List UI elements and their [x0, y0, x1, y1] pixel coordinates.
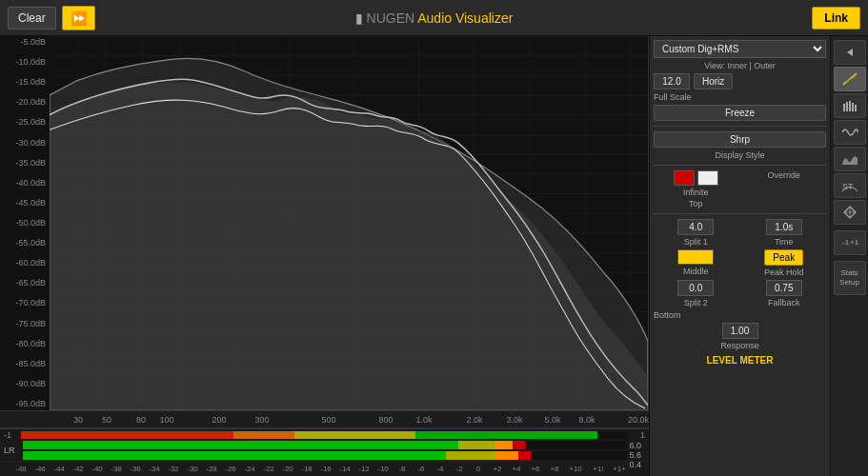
- l-bar-green: [23, 441, 458, 449]
- r-bar-green: [23, 451, 446, 460]
- override-col: Override: [742, 170, 827, 208]
- spectrum-area: -5.0dB -10.0dB -15.0dB -20.0dB -25.0dB -…: [0, 36, 649, 476]
- undo-button[interactable]: ⏩: [62, 6, 95, 30]
- sidebar-arrow-left[interactable]: [834, 40, 866, 65]
- display-style-label: Display Style: [654, 150, 826, 160]
- stats-setup-button[interactable]: StatsSetup: [834, 261, 866, 295]
- lr-meters-row: LR: [0, 440, 649, 461]
- minus1-label-left: -1: [4, 430, 21, 440]
- top-col: Infinite Top: [654, 170, 738, 208]
- spectrum-fill-icon-btn[interactable]: [834, 147, 866, 171]
- middle-swatch[interactable]: [677, 249, 714, 265]
- y-label-17: -90.0dB: [2, 380, 46, 388]
- freeze-button[interactable]: Freeze: [654, 105, 826, 121]
- top-label: Top: [689, 199, 703, 208]
- time-input[interactable]: [766, 219, 802, 235]
- lr-meter-wrapper: [23, 441, 627, 460]
- peak-button[interactable]: Peak: [764, 249, 803, 266]
- x-label-30: 30: [73, 415, 83, 425]
- top-bar: Clear ⏩ ▮ NUGEN Audio Visualizer Link: [0, 0, 868, 36]
- spectrum-bars-icon-btn[interactable]: [834, 93, 866, 118]
- l-meter: [23, 441, 627, 449]
- y-label-8: -45.0dB: [2, 199, 46, 208]
- y-label-4: -25.0dB: [2, 118, 46, 127]
- bottom-meters: -1 1 LR: [0, 427, 649, 476]
- clear-button[interactable]: Clear: [8, 7, 56, 30]
- x-label-100: 100: [159, 415, 173, 425]
- split1-input[interactable]: [677, 219, 714, 235]
- split1-time-row: Split 1 Time: [654, 219, 826, 247]
- split2-label: Split 2: [684, 298, 708, 307]
- y-label-7: -40.0dB: [2, 179, 46, 188]
- minus1-label-right: 1: [628, 430, 645, 440]
- spectrum-chart[interactable]: -5.0dB -10.0dB -15.0dB -20.0dB -25.0dB -…: [0, 36, 649, 410]
- minus1-row: -1 1: [0, 428, 649, 440]
- custom-dig-rms-row: Custom Dig+RMS: [654, 40, 826, 58]
- app-title: ▮ NUGEN Audio Visualizer: [355, 10, 514, 26]
- svg-rect-36: [849, 101, 851, 111]
- r-bar-red: [518, 451, 531, 460]
- y-label-3: -20.0dB: [2, 98, 46, 107]
- spectrum-st-icon-btn[interactable]: ST: [834, 173, 866, 198]
- divider-1: [654, 126, 826, 127]
- spectrum-lines-icon-btn[interactable]: [834, 67, 866, 91]
- chart-canvas[interactable]: [50, 36, 648, 410]
- spectrum-diamond-icon-btn[interactable]: [834, 200, 866, 225]
- custom-dig-rms-dropdown[interactable]: Custom Dig+RMS: [654, 40, 826, 58]
- horiz-button[interactable]: Horiz: [694, 73, 733, 89]
- response-input[interactable]: [722, 323, 758, 339]
- response-row: Response: [654, 323, 826, 350]
- minus1-bar-yellow: [294, 431, 415, 439]
- y-label-12: -65.0dB: [2, 279, 46, 288]
- icon-sidebar: ST -1 +1 StatsSetup: [830, 36, 868, 476]
- stats-setup-label: StatsSetup: [839, 268, 859, 287]
- full-scale-input[interactable]: [654, 73, 690, 89]
- y-label-18: -95.0dB: [2, 400, 46, 408]
- x-label-20k: 20.0k: [628, 415, 649, 425]
- view-row: View: Inner | Outer: [654, 61, 826, 70]
- fallback-input[interactable]: [766, 280, 802, 296]
- split2-col: Split 2: [654, 280, 738, 307]
- link-button[interactable]: Link: [812, 7, 860, 30]
- right-val-3: 5.6: [629, 450, 641, 460]
- r-bar-orange: [495, 451, 518, 460]
- l-bar-orange: [495, 441, 513, 449]
- y-label-14: -75.0dB: [2, 320, 46, 328]
- peak-hold-col: Peak Peak Hold: [742, 249, 827, 277]
- y-label-10: -55.0dB: [2, 239, 46, 248]
- l-bar-red: [513, 441, 525, 449]
- y-label-11: -60.0dB: [2, 259, 46, 268]
- x-label-200: 200: [212, 415, 226, 425]
- x-label-8k: 8.0k: [578, 415, 595, 425]
- split2-input[interactable]: [677, 280, 714, 296]
- svg-text:-1: -1: [842, 238, 850, 247]
- y-label-15: -80.0dB: [2, 340, 46, 348]
- x-axis: 30 50 80 100 200 300 500 800 1.0k 2.0k 3…: [0, 410, 649, 427]
- svg-text:+1: +1: [850, 238, 858, 247]
- y-label-13: -70.0dB: [2, 299, 46, 307]
- middle-label: Middle: [683, 267, 709, 276]
- top-color-swatch[interactable]: [674, 170, 695, 186]
- y-label-1: -10.0dB: [2, 58, 46, 67]
- top-color-swatch2[interactable]: [697, 170, 718, 186]
- minus1-plus1-icon-btn[interactable]: -1 +1: [834, 230, 866, 255]
- x-label-80: 80: [136, 415, 146, 425]
- lr-label: LR: [4, 446, 21, 455]
- x-label-50: 50: [102, 415, 111, 425]
- shrp-button[interactable]: Shrp: [654, 131, 826, 148]
- spectrum-wave-icon-btn[interactable]: [834, 120, 866, 145]
- top-override-row: Infinite Top Override: [654, 170, 826, 208]
- split1-col: Split 1: [654, 219, 738, 247]
- r-bar-yellow: [446, 451, 495, 460]
- divider-3: [654, 213, 826, 214]
- fallback-col: Fallback: [742, 280, 827, 307]
- x-label-2k: 2.0k: [466, 415, 482, 425]
- y-label-6: -35.0dB: [2, 159, 46, 168]
- full-scale-label: Full Scale: [654, 92, 826, 102]
- freeze-row: Freeze: [654, 105, 826, 121]
- top-swatch-row: [674, 170, 718, 186]
- svg-rect-34: [843, 104, 845, 111]
- full-scale-label-row: Full Scale: [654, 92, 826, 102]
- time-label: Time: [775, 237, 794, 247]
- y-label-5: -30.0dB: [2, 139, 46, 148]
